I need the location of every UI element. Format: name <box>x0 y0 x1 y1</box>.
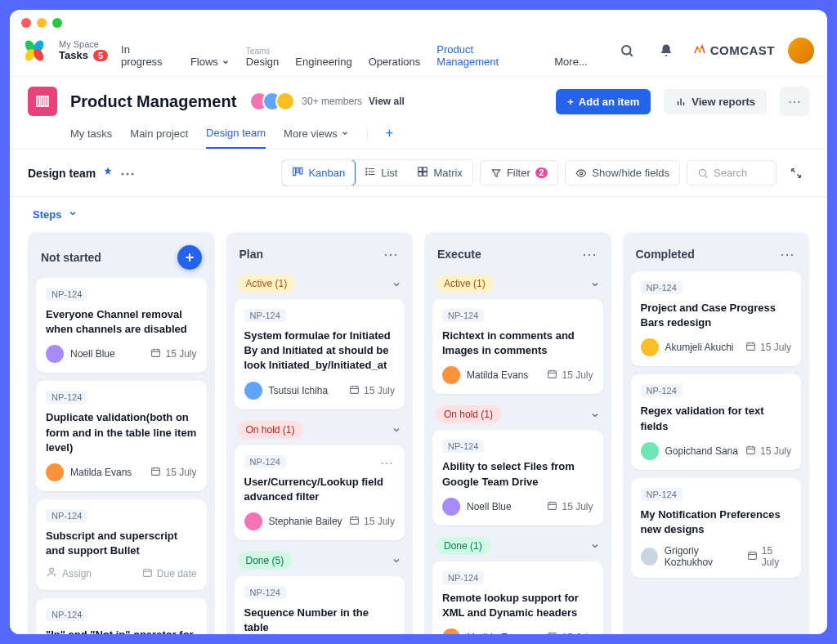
card-assignee[interactable]: Noell Blue <box>46 345 115 363</box>
notifications-icon[interactable] <box>653 38 679 64</box>
view-option-matrix[interactable]: Matrix <box>407 160 472 186</box>
status-group-toggle[interactable]: Active (1) <box>235 271 405 299</box>
status-group-toggle[interactable]: Active (1) <box>432 271 603 299</box>
search-icon[interactable] <box>614 38 640 64</box>
kanban-card[interactable]: NP-124"In" and "Not in" operator for fil… <box>36 598 207 634</box>
column-plan: Plan⋯Active (1)NP-124System formulae for… <box>226 232 414 634</box>
tab-main-project[interactable]: Main project <box>130 126 188 149</box>
search-input[interactable]: Search <box>687 160 777 186</box>
avatar-stack[interactable] <box>249 92 295 111</box>
status-group-toggle[interactable]: On hold (1) <box>432 402 603 430</box>
card-due-date[interactable]: 15 July <box>349 515 395 528</box>
card-due-date[interactable]: 15 July <box>745 445 791 458</box>
kanban-card[interactable]: NP-124My Notification Preferences new de… <box>631 478 802 578</box>
card-assignee[interactable]: Gopichand Sana <box>641 442 738 460</box>
matrix-icon <box>417 166 428 180</box>
workspace-switcher[interactable]: My Space Tasks 5 <box>59 39 108 61</box>
top-nav-design[interactable]: TeamsDesign <box>246 47 279 68</box>
app-logo-icon[interactable] <box>23 39 46 62</box>
card-due-date[interactable]: 15 July <box>747 545 791 568</box>
top-nav-in-progress[interactable]: In progress <box>121 33 174 68</box>
card-due-date[interactable]: 15 July <box>547 369 593 382</box>
svg-point-26 <box>580 172 584 175</box>
status-group-toggle[interactable]: Done (5) <box>235 548 405 576</box>
tab-my-tasks[interactable]: My tasks <box>70 126 112 149</box>
view-option-kanban[interactable]: Kanban <box>281 159 356 186</box>
kanban-card[interactable]: NP-124System formulae for Initiated By a… <box>235 299 405 409</box>
kanban-card[interactable]: NP-124Everyone Channel removal when chan… <box>36 278 207 373</box>
kanban-card[interactable]: NP-124⋯User/Currency/Lookup field advanc… <box>235 445 405 540</box>
avatar <box>641 442 659 460</box>
view-more-menu[interactable]: ⋯ <box>120 164 137 182</box>
card-id-tag: NP-124 <box>244 455 286 468</box>
top-nav: In progressFlows TeamsDesign Engineering… <box>121 33 588 68</box>
card-assignee[interactable]: Akumjeli Akuchi <box>641 338 734 356</box>
calendar-icon <box>142 567 153 580</box>
kanban-card[interactable]: NP-124Regex validation for text fieldsGo… <box>631 374 802 469</box>
kanban-card[interactable]: NP-124Ability to select Files from Googl… <box>432 430 603 525</box>
due-date-button[interactable]: Due date <box>142 567 197 580</box>
user-avatar[interactable] <box>788 38 814 64</box>
add-card-button[interactable] <box>177 245 202 270</box>
view-option-list[interactable]: List <box>355 160 407 186</box>
kanban-card[interactable]: NP-124Sequence Number in the tablePedro … <box>235 576 405 634</box>
maximize-window-icon[interactable] <box>52 18 62 28</box>
pin-icon[interactable] <box>102 166 114 180</box>
card-id-tag: NP-124 <box>641 488 683 501</box>
toolbar: Design team ⋯ KanbanListMatrix Filter 2 … <box>10 149 827 197</box>
card-due-date[interactable]: 15 July <box>547 500 593 513</box>
add-item-button[interactable]: + Add an item <box>556 89 651 114</box>
calendar-icon <box>745 445 756 458</box>
top-nav-product-management[interactable]: Product Management <box>436 34 538 68</box>
card-id-tag: NP-124 <box>442 309 484 322</box>
status-group-toggle[interactable]: On hold (1) <box>235 418 405 445</box>
card-due-date[interactable]: 15 July <box>349 384 395 397</box>
kanban-card[interactable]: NP-124Remote lookup support for XML and … <box>432 561 603 634</box>
view-reports-button[interactable]: View reports <box>664 89 767 114</box>
add-view-button[interactable]: + <box>386 126 393 149</box>
card-id-tag: NP-124 <box>46 608 87 621</box>
card-title: Sequence Number in the table <box>244 606 396 634</box>
card-due-date[interactable]: 15 July <box>150 347 196 360</box>
tasks-label: Tasks <box>59 49 88 61</box>
card-assignee[interactable]: Tsutsui Ichiha <box>244 382 329 400</box>
brand-logo: COMCAST <box>692 43 775 58</box>
show-hide-fields-button[interactable]: Show/hide fields <box>565 160 680 186</box>
card-due-date[interactable]: 15 July <box>745 341 791 354</box>
card-assignee[interactable]: Matilda Evans <box>442 628 528 634</box>
svg-rect-9 <box>46 96 48 106</box>
chevron-down-icon <box>590 541 600 553</box>
kanban-card[interactable]: NP-124Richtext in comments and Images in… <box>432 299 603 394</box>
card-assignee[interactable]: Noell Blue <box>442 498 512 516</box>
steps-dropdown[interactable]: Steps <box>28 197 809 232</box>
svg-line-28 <box>705 175 708 177</box>
expand-icon[interactable] <box>783 160 809 186</box>
kanban-card[interactable]: NP-124Project and Case Progress Bars red… <box>631 271 802 366</box>
status-group-toggle[interactable]: Done (1) <box>432 534 603 561</box>
eye-icon <box>575 168 587 179</box>
top-nav-flows[interactable]: Flows <box>190 45 230 68</box>
kanban-card[interactable]: NP-124Subscript and superscript and supp… <box>36 499 207 590</box>
minimize-window-icon[interactable] <box>37 18 47 28</box>
card-assignee[interactable]: Grigoriy Kozhukhov <box>641 545 747 568</box>
card-assignee[interactable]: Stephanie Bailey <box>244 512 342 530</box>
card-due-date[interactable]: 15 July <box>150 466 196 479</box>
card-due-date[interactable]: 15 July <box>547 631 593 634</box>
top-nav-engineering[interactable]: Engineering <box>295 47 351 68</box>
space-more-menu[interactable]: ⋯ <box>780 87 809 116</box>
column-more-menu[interactable]: ⋯ <box>383 245 400 263</box>
tab-design-team[interactable]: Design team <box>206 126 266 149</box>
card-more-menu[interactable]: ⋯ <box>380 455 395 471</box>
filter-button[interactable]: Filter 2 <box>480 160 558 186</box>
tab-more-views[interactable]: More views <box>284 126 349 149</box>
card-assignee[interactable]: Matilda Evans <box>46 463 132 481</box>
card-assignee[interactable]: Matilda Evans <box>442 366 528 384</box>
column-more-menu[interactable]: ⋯ <box>780 245 796 263</box>
close-window-icon[interactable] <box>21 18 31 28</box>
top-nav-more-[interactable]: More... <box>554 47 587 68</box>
column-more-menu[interactable]: ⋯ <box>582 245 598 263</box>
kanban-card[interactable]: NP-124Duplicate validation(both on form … <box>36 381 207 491</box>
view-all-members-link[interactable]: View all <box>369 96 405 107</box>
top-nav-operations[interactable]: Operations <box>369 47 421 68</box>
assign-button[interactable]: Assign <box>46 566 92 580</box>
